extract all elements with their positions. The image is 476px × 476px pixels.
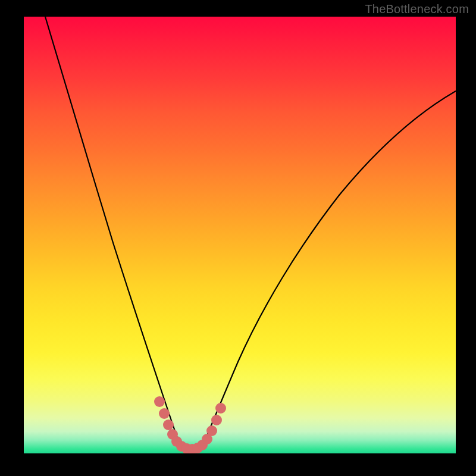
svg-point-0 — [154, 396, 165, 407]
chart-frame: TheBottleneck.com — [0, 0, 476, 476]
curve-left-branch — [45, 17, 180, 446]
curve-layer — [24, 17, 456, 453]
curve-right-branch — [202, 91, 456, 446]
svg-point-2 — [163, 419, 174, 430]
plot-area — [24, 17, 456, 453]
valley-marker-group — [154, 396, 226, 453]
svg-point-13 — [215, 403, 226, 414]
svg-point-1 — [159, 408, 170, 419]
svg-point-11 — [206, 425, 217, 436]
watermark-text: TheBottleneck.com — [365, 2, 469, 16]
svg-point-12 — [211, 415, 222, 425]
